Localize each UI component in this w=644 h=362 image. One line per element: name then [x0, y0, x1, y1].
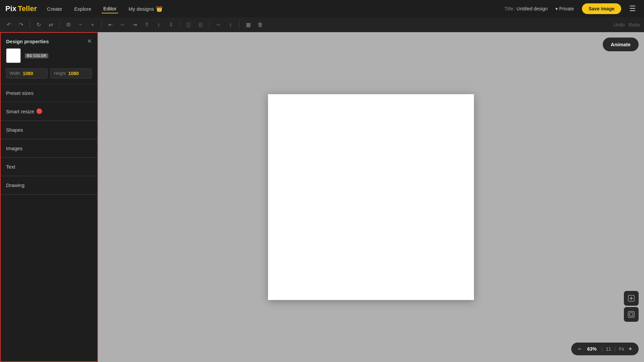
expand-icon: [628, 311, 635, 318]
logo-teller: Teller: [18, 4, 37, 13]
plus-icon[interactable]: +: [88, 20, 97, 29]
flip-h-icon[interactable]: ↔: [214, 20, 223, 29]
shapes-label: Shapes: [6, 127, 23, 133]
zoom-number: 11: [606, 346, 611, 352]
canvas-area: Animate − 63% | 11 | Fi: [98, 32, 644, 362]
nav-explore[interactable]: Explore: [72, 5, 93, 13]
crown-icon: 👑: [156, 6, 163, 12]
images-item[interactable]: Images: [1, 139, 97, 158]
zoom-out-button[interactable]: −: [576, 345, 583, 353]
align-bottom-icon[interactable]: ⇩: [166, 20, 175, 29]
toolbar-right: Undo Redo: [613, 22, 640, 27]
drawing-label: Drawing: [6, 182, 24, 188]
redo-label[interactable]: Redo: [629, 22, 640, 27]
title-area: Title: Untitled design: [504, 6, 547, 11]
bg-color-swatch[interactable]: [6, 48, 21, 63]
expand-button[interactable]: [624, 307, 639, 322]
dimensions-row: Width 1080 Height 1080: [6, 68, 92, 78]
nav-editor[interactable]: Editor: [101, 4, 118, 13]
undo-label[interactable]: Undo: [613, 22, 625, 27]
toolbar-sep-2: [59, 21, 60, 29]
height-field[interactable]: Height 1080: [50, 68, 92, 78]
smart-resize-label: Smart resize: [6, 109, 34, 114]
bg-color-label[interactable]: BG COLOR: [25, 53, 48, 58]
distribute-v-icon[interactable]: ⍃: [196, 20, 205, 29]
svg-rect-4: [630, 313, 633, 316]
distribute-h-icon[interactable]: ⍂: [184, 20, 193, 29]
toolbar: ↶ ↷ ↻ ⇄ ⚙ − + ⇤ ↔ ⇥ ⇧ ↕ ⇩ ⍂ ⍃ ↔ ↕ ▦ 🗑 Un…: [0, 17, 644, 32]
toolbar-sep-1: [30, 21, 30, 29]
preset-sizes-item[interactable]: Preset sizes: [1, 84, 97, 102]
zoom-separator: |: [601, 346, 603, 352]
smart-resize-item[interactable]: Smart resize 🔴: [1, 102, 97, 121]
add-layer-button[interactable]: [624, 291, 639, 306]
align-center-icon[interactable]: ↔: [118, 20, 127, 29]
nav-create[interactable]: Create: [45, 5, 64, 13]
nav-mydesigns[interactable]: My designs 👑: [126, 4, 165, 13]
toolbar-sep-3: [101, 21, 102, 29]
zoom-fit[interactable]: Fit: [619, 347, 624, 352]
smart-resize-icon: 🔴: [36, 108, 43, 114]
right-side-buttons: [624, 291, 639, 322]
align-left-icon[interactable]: ⇤: [106, 20, 115, 29]
width-field[interactable]: Width 1080: [6, 68, 48, 78]
rotate-icon[interactable]: ↻: [34, 20, 43, 29]
height-label: Height: [54, 71, 66, 76]
nav-right: Title: Untitled design ▾ Private Save im…: [504, 3, 639, 14]
add-layer-icon: [628, 295, 635, 302]
undo-toolbar-icon[interactable]: ↶: [4, 20, 13, 29]
canvas[interactable]: [268, 94, 474, 300]
redo-toolbar-icon[interactable]: ↷: [16, 20, 25, 29]
images-label: Images: [6, 145, 22, 151]
close-panel-button[interactable]: ✕: [87, 38, 92, 44]
delete-icon[interactable]: 🗑: [256, 20, 265, 29]
toolbar-sep-4: [179, 21, 180, 29]
bg-color-section: BG COLOR: [1, 48, 97, 68]
minus-icon[interactable]: −: [76, 20, 85, 29]
text-label: Text: [6, 164, 15, 170]
toolbar-sep-5: [209, 21, 210, 29]
left-panel: Design properties ✕ BG COLOR Width 1080 …: [0, 32, 98, 362]
shapes-item[interactable]: Shapes: [1, 121, 97, 139]
mydesigns-label: My designs: [128, 6, 154, 12]
divider-6: [1, 194, 97, 195]
dimensions-section: Width 1080 Height 1080: [1, 68, 97, 84]
text-item[interactable]: Text: [1, 158, 97, 176]
zoom-percent[interactable]: 63%: [586, 346, 598, 352]
zoom-in-button[interactable]: +: [627, 345, 634, 353]
toolbar-sep-6: [239, 21, 239, 29]
flip-v-icon[interactable]: ↕: [226, 20, 235, 29]
undo-redo-labels: Undo Redo: [613, 22, 640, 27]
zoom-separator-2: |: [614, 346, 616, 352]
save-image-button[interactable]: Save image: [582, 3, 621, 14]
settings-icon[interactable]: ⚙: [64, 20, 73, 29]
width-label: Width: [10, 71, 20, 76]
main-area: Design properties ✕ BG COLOR Width 1080 …: [0, 32, 644, 362]
copy-icon[interactable]: ▦: [244, 20, 253, 29]
flip-icon[interactable]: ⇄: [46, 20, 55, 29]
width-value[interactable]: 1080: [23, 71, 33, 76]
height-value[interactable]: 1080: [68, 71, 79, 76]
preset-sizes-label: Preset sizes: [6, 90, 34, 96]
zoom-bar: − 63% | 11 | Fit +: [571, 343, 639, 355]
align-top-icon[interactable]: ⇧: [142, 20, 151, 29]
logo-pix: Pix: [5, 4, 16, 13]
private-button[interactable]: ▾ Private: [553, 5, 576, 13]
panel-title: Design properties: [6, 39, 49, 44]
align-middle-icon[interactable]: ↕: [154, 20, 163, 29]
align-right-icon[interactable]: ⇥: [130, 20, 139, 29]
logo[interactable]: PixTeller: [5, 4, 37, 13]
hamburger-button[interactable]: ☰: [627, 3, 639, 14]
title-label: Title:: [504, 6, 515, 11]
title-value[interactable]: Untitled design: [517, 6, 548, 11]
panel-header: Design properties ✕: [1, 33, 97, 48]
top-nav: PixTeller Create Explore Editor My desig…: [0, 0, 644, 17]
animate-button[interactable]: Animate: [603, 38, 639, 51]
drawing-item[interactable]: Drawing: [1, 176, 97, 194]
svg-rect-3: [628, 311, 634, 317]
